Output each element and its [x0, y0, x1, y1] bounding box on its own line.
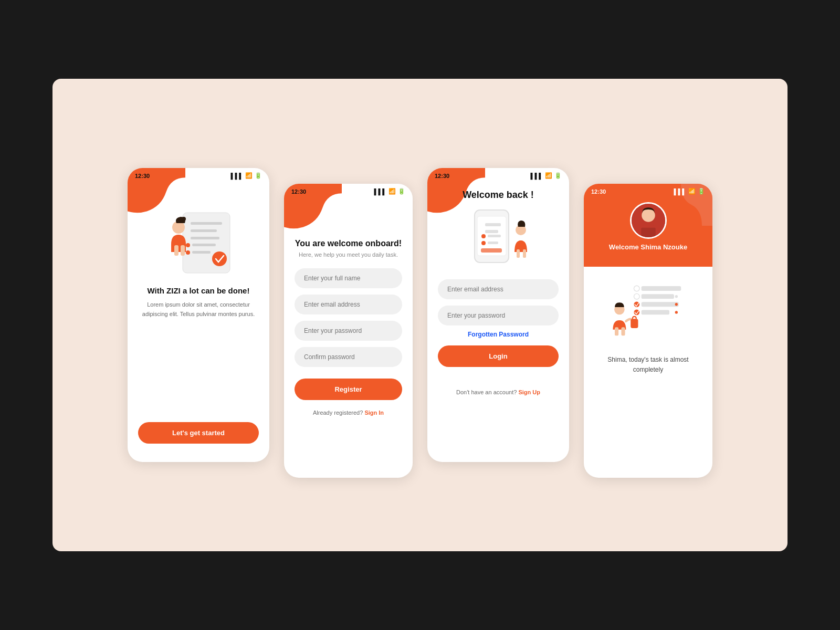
status-bar-4: 12:30 ▌▌▌ 📶 🔋	[584, 184, 712, 197]
svg-rect-42	[621, 327, 625, 335]
time-1: 12:30	[135, 173, 150, 179]
splash-desc: Lorem ipsum dolor sit amet, consectetur …	[138, 300, 259, 319]
svg-point-4	[186, 243, 190, 247]
phone2-content: You are welcome onboard! Here, we help y…	[284, 197, 413, 474]
sign-in-link[interactable]: Sign In	[364, 410, 384, 416]
svg-rect-3	[191, 237, 219, 239]
phone1-content: With ZIZI a lot can be done! Lorem ipsum…	[128, 181, 269, 458]
svg-rect-43	[631, 319, 638, 328]
user-avatar	[630, 202, 667, 239]
splash-illustration	[151, 202, 246, 281]
svg-rect-16	[485, 230, 498, 233]
battery-icon-4: 🔋	[698, 188, 705, 195]
svg-rect-1	[191, 222, 222, 225]
status-bar-2: 12:30 ▌▌▌ 📶 🔋	[284, 184, 413, 197]
svg-rect-29	[641, 294, 674, 299]
svg-point-39	[675, 311, 677, 313]
task-status-text: Shima, today's task is almost completely	[593, 355, 703, 375]
dashboard-body: Shima, today's task is almost completely	[584, 267, 712, 383]
time-4: 12:30	[591, 188, 606, 195]
phone3-content: Welcome back !	[427, 181, 569, 458]
register-title: You are welcome onboard!	[295, 239, 402, 248]
welcome-user-name: Welcome Shima Nzouke	[584, 243, 712, 251]
svg-rect-21	[481, 248, 502, 253]
svg-rect-30	[641, 302, 678, 307]
svg-point-12	[182, 217, 186, 221]
svg-rect-2	[191, 229, 217, 232]
wifi-icon-4: 📶	[688, 188, 696, 195]
svg-rect-7	[192, 251, 211, 254]
password-input-login[interactable]	[438, 306, 559, 326]
svg-point-8	[212, 251, 227, 266]
battery-icon: 🔋	[255, 172, 262, 179]
signal-icon-3: ▌▌▌	[531, 173, 543, 179]
phone-mockup-illustration	[459, 205, 538, 273]
email-input-reg[interactable]	[295, 295, 402, 314]
svg-rect-15	[485, 223, 501, 226]
svg-rect-27	[641, 228, 655, 237]
register-subtitle: Here, we help you meet you daily task.	[299, 251, 398, 258]
phone-dashboard: 12:30 ▌▌▌ 📶 🔋	[584, 184, 712, 478]
password-input-reg[interactable]	[295, 321, 402, 341]
status-icons-2: ▌▌▌ 📶 🔋	[374, 188, 405, 195]
signal-icon: ▌▌▌	[231, 173, 243, 179]
app-background: 12:30 ▌▌▌ 📶 🔋	[52, 79, 788, 551]
svg-point-33	[634, 293, 639, 299]
login-button[interactable]: Login	[438, 345, 559, 367]
fullname-input[interactable]	[295, 268, 402, 288]
svg-point-26	[642, 208, 655, 222]
confirm-password-input[interactable]	[295, 347, 402, 367]
status-icons-3: ▌▌▌ 📶 🔋	[531, 172, 562, 179]
battery-icon-3: 🔋	[554, 172, 562, 179]
svg-point-19	[481, 241, 486, 245]
signal-icon-4: ▌▌▌	[674, 188, 686, 195]
wifi-icon: 📶	[245, 172, 253, 179]
svg-point-17	[481, 234, 486, 238]
time-2: 12:30	[291, 188, 306, 195]
svg-point-32	[634, 286, 639, 291]
status-bar-1: 12:30 ▌▌▌ 📶 🔋	[128, 168, 269, 181]
svg-rect-11	[181, 245, 185, 256]
register-button[interactable]: Register	[295, 379, 402, 400]
svg-rect-31	[641, 310, 669, 314]
wifi-icon-2: 📶	[388, 188, 396, 195]
welcome-back-title: Welcome back !	[463, 190, 534, 201]
svg-rect-6	[192, 244, 216, 246]
phone-splash: 12:30 ▌▌▌ 📶 🔋	[128, 168, 269, 462]
svg-point-36	[675, 287, 677, 290]
svg-rect-18	[488, 235, 501, 237]
svg-rect-23	[517, 249, 520, 258]
svg-point-38	[675, 303, 677, 306]
sign-up-link[interactable]: Sign Up	[518, 389, 540, 395]
phone-register: 12:30 ▌▌▌ 📶 🔋 You are welcome onboard! H…	[284, 184, 413, 478]
svg-rect-10	[174, 245, 178, 256]
get-started-button[interactable]: Let's get started	[138, 422, 259, 444]
svg-point-5	[186, 250, 190, 255]
forgotten-password-link[interactable]: Forgotten Password	[468, 331, 529, 338]
svg-rect-24	[523, 249, 526, 258]
signal-icon-2: ▌▌▌	[374, 188, 386, 195]
wifi-icon-3: 📶	[545, 172, 552, 179]
phone-login: 12:30 ▌▌▌ 📶 🔋 Welcome back !	[427, 168, 569, 462]
splash-title: With ZIZI a lot can be done!	[148, 286, 250, 295]
time-3: 12:30	[435, 173, 449, 179]
already-registered-text: Already registered? Sign In	[313, 410, 384, 416]
email-input-login[interactable]	[438, 279, 559, 299]
battery-icon-2: 🔋	[398, 188, 405, 195]
svg-point-37	[675, 295, 677, 298]
svg-rect-20	[488, 242, 498, 244]
status-icons-1: ▌▌▌ 📶 🔋	[231, 172, 262, 179]
task-illustration	[606, 275, 690, 349]
no-account-text: Don't have an account? Sign Up	[456, 389, 540, 395]
dashboard-header: 12:30 ▌▌▌ 📶 🔋	[584, 184, 712, 267]
status-icons-4: ▌▌▌ 📶 🔋	[674, 188, 705, 195]
status-bar-3: 12:30 ▌▌▌ 📶 🔋	[427, 168, 569, 181]
svg-rect-41	[615, 327, 618, 335]
